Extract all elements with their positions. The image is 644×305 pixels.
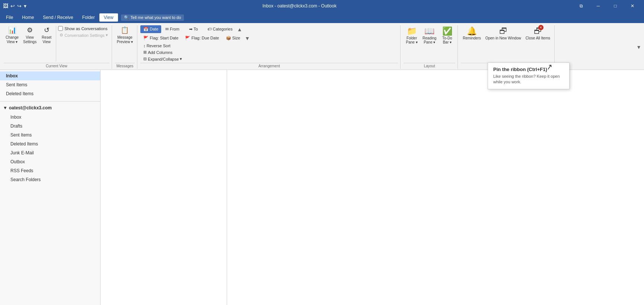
sidebar-junk[interactable]: Junk E-Mail — [0, 148, 100, 157]
restore-button[interactable]: ⧉ — [573, 0, 590, 12]
layout-group-label: Layout — [404, 63, 455, 69]
message-preview-icon: 📋 — [121, 26, 129, 35]
ribbon-group-current-view: 📊 ChangeView ▾ ⚙ ViewSettings ↺ ResetVie… — [1, 25, 112, 69]
arrange-flag-due-button[interactable]: 🚩 Flag: Due Date — [182, 34, 222, 42]
arrange-from-label: From — [170, 27, 179, 31]
sidebar-deleted[interactable]: Deleted Items — [0, 139, 100, 148]
account-triangle: ▼ — [3, 105, 7, 110]
menu-send-receive[interactable]: Send / Receive — [38, 13, 77, 22]
minimize-button[interactable]: ─ — [590, 0, 607, 12]
menu-view[interactable]: View — [99, 13, 118, 22]
search-icon: 🔍 — [124, 15, 129, 20]
close-all-items-button[interactable]: 🗗 ✕ Close All Items — [524, 25, 552, 41]
expand-collapse-label: Expand/Collapse — [148, 57, 179, 61]
reading-pane-button[interactable]: 📖 ReadingPane ▾ — [421, 25, 438, 45]
add-columns-icon: ⊞ — [143, 50, 147, 55]
layout-content: 📁 FolderPane ▾ 📖 ReadingPane ▾ ✅ To-DoBa… — [404, 25, 455, 62]
tell-me-placeholder[interactable]: Tell me what you want to do — [131, 15, 181, 20]
sidebar-quick-deleted[interactable]: Deleted Items — [0, 89, 100, 98]
arrangement-group-label: Arrangement — [140, 63, 398, 69]
ribbon-group-messages: 📋 MessagePreview ▾ Messages — [113, 25, 137, 69]
app-icon: 🖼 — [3, 3, 8, 9]
tooltip-title: Pin the ribbon (Ctrl+F1) — [493, 67, 564, 72]
arrange-categories-label: Categories — [213, 27, 233, 31]
show-conversations-input[interactable] — [58, 26, 63, 31]
todo-bar-button[interactable]: ✅ To-DoBar ▾ — [439, 25, 455, 45]
arrange-flag-start-button[interactable]: 🚩 Flag: Start Date — [140, 34, 181, 42]
redo-icon[interactable]: ↪ — [17, 3, 22, 9]
window-title: Inbox - oatest@clickx3.com - Outlook — [26, 3, 573, 9]
arrangement-scroll-down[interactable]: ▼ — [244, 34, 251, 42]
tell-me-search[interactable]: 🔍 Tell me what you want to do — [121, 15, 184, 21]
close-button[interactable]: ✕ — [624, 0, 641, 12]
todo-bar-icon: ✅ — [442, 26, 452, 36]
sidebar-search-folders[interactable]: Search Folders — [0, 175, 100, 184]
reading-pane-label: ReadingPane ▾ — [423, 36, 436, 44]
change-view-button[interactable]: 📊 ChangeView ▾ — [4, 25, 20, 45]
messages-content: 📋 MessagePreview ▾ — [115, 25, 135, 62]
show-as-conversations-checkbox[interactable]: Show as Conversations — [58, 25, 109, 32]
sidebar: Inbox Sent Items Deleted Items ▼ oatest@… — [0, 70, 101, 305]
separator-1 — [56, 26, 56, 61]
add-columns-button[interactable]: ⊞ Add Columns — [142, 49, 184, 55]
current-view-content: 📊 ChangeView ▾ ⚙ ViewSettings ↺ ResetVie… — [4, 25, 109, 62]
flag-due-icon: 🚩 — [185, 36, 191, 40]
open-window-label: Open in New Window — [485, 36, 521, 40]
arrange-to-icon: ➡ — [189, 27, 194, 31]
open-new-window-button[interactable]: 🗗 Open in New Window — [484, 25, 523, 41]
arrange-size-button[interactable]: 📦 Size — [223, 34, 243, 42]
show-conversations-label: Show as Conversations — [64, 26, 108, 31]
reset-view-label: ResetView — [42, 35, 51, 44]
sidebar-inbox[interactable]: Inbox — [0, 113, 100, 122]
ribbon-group-arrangement: 📅 Date ✉ From ➡ To 🏷 Categories — [138, 25, 401, 69]
arrange-to-button[interactable]: ➡ To — [183, 25, 204, 33]
reminders-button[interactable]: 🔔 Reminders — [461, 25, 482, 41]
menu-file[interactable]: File — [1, 13, 17, 22]
menu-folder[interactable]: Folder — [78, 13, 99, 22]
sidebar-outbox[interactable]: Outbox — [0, 157, 100, 166]
arrange-date-button[interactable]: 📅 Date — [140, 25, 161, 33]
title-bar-left-icons: 🖼 ↩ ↪ ▾ — [3, 3, 26, 9]
expand-collapse-button[interactable]: ⊟ Expand/Collapse ▾ — [142, 56, 184, 62]
folder-pane-label: FolderPane ▾ — [406, 36, 417, 44]
sidebar-quick-sent[interactable]: Sent Items — [0, 80, 100, 89]
sidebar-quick-inbox[interactable]: Inbox — [0, 71, 100, 80]
sidebar-account[interactable]: ▼ oatest@clickx3.com — [0, 103, 100, 113]
content-area — [101, 70, 644, 305]
view-settings-icon: ⚙ — [27, 26, 33, 35]
menu-bar: File Home Send / Receive Folder View 🔍 T… — [0, 12, 644, 23]
quick-access-more[interactable]: ▾ — [24, 3, 26, 9]
sidebar-drafts[interactable]: Drafts — [0, 122, 100, 131]
arrange-date-icon: 📅 — [143, 27, 150, 31]
menu-home[interactable]: Home — [17, 13, 38, 22]
conversation-settings-button[interactable]: ⚙ Conversation Settings ▾ — [58, 32, 109, 38]
current-view-group-label: Current View — [4, 63, 109, 69]
reminders-icon: 🔔 — [467, 26, 477, 36]
arrange-categories-button[interactable]: 🏷 Categories — [204, 25, 235, 33]
ribbon-group-layout: 📁 FolderPane ▾ 📖 ReadingPane ▾ ✅ To-DoBa… — [401, 25, 458, 69]
add-columns-label: Add Columns — [148, 50, 172, 55]
view-settings-label: ViewSettings — [23, 35, 36, 44]
message-preview-button[interactable]: 📋 MessagePreview ▾ — [115, 25, 135, 45]
folder-pane-button[interactable]: 📁 FolderPane ▾ — [404, 25, 420, 45]
conversation-options: Show as Conversations ⚙ Conversation Set… — [58, 25, 109, 38]
arrangement-scroll-up[interactable]: ▲ — [236, 25, 243, 33]
message-preview-label: MessagePreview ▾ — [117, 35, 133, 44]
sidebar-rss[interactable]: RSS Feeds — [0, 166, 100, 175]
arrangement-content: 📅 Date ✉ From ➡ To 🏷 Categories — [140, 25, 398, 62]
sidebar-sent[interactable]: Sent Items — [0, 131, 100, 139]
ribbon-collapse-button[interactable]: ▾ — [635, 25, 643, 69]
undo-icon[interactable]: ↩ — [10, 3, 15, 9]
flag-start-icon: 🚩 — [143, 36, 150, 40]
arrange-from-button[interactable]: ✉ From — [162, 25, 182, 33]
close-all-label: Close All Items — [526, 36, 550, 40]
open-window-icon: 🗗 — [499, 26, 507, 36]
maximize-button[interactable]: □ — [607, 0, 624, 12]
reset-view-button[interactable]: ↺ ResetView — [39, 25, 54, 45]
reverse-sort-button[interactable]: ↕ Reverse Sort — [142, 43, 184, 49]
view-settings-button[interactable]: ⚙ ViewSettings — [21, 25, 38, 45]
close-all-icon-wrapper: 🗗 ✕ — [534, 26, 542, 36]
sidebar-spacer — [0, 98, 100, 101]
title-bar: 🖼 ↩ ↪ ▾ Inbox - oatest@clickx3.com - Out… — [0, 0, 644, 12]
main-layout: Inbox Sent Items Deleted Items ▼ oatest@… — [0, 70, 644, 305]
